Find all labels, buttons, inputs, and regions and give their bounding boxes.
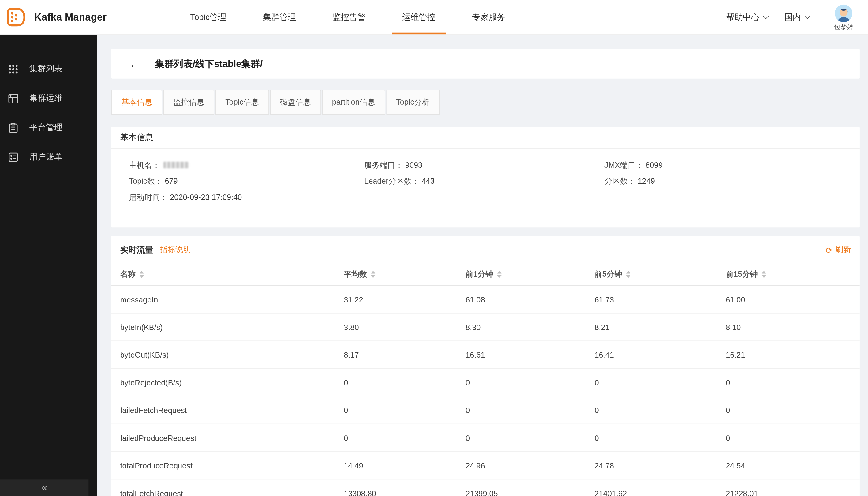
header-right: 帮助中心 国内 包梦婷	[726, 2, 868, 32]
metric-5min: 61.73	[595, 295, 726, 304]
main-content: ← 集群列表/线下stable集群/ 基本信息 监控信息 Topic信息 磁盘信…	[97, 34, 868, 496]
metric-15min: 8.10	[726, 323, 860, 331]
metric-15min: 0	[726, 378, 860, 387]
metric-5min: 0	[595, 433, 726, 442]
sort-desc-icon[interactable]	[140, 275, 144, 278]
user-menu[interactable]: 包梦婷	[834, 2, 854, 32]
metric-1min: 0	[465, 433, 594, 442]
top-nav: Topic管理 集群管理 监控告警 运维管控 专家服务	[172, 0, 524, 34]
sort-asc-icon[interactable]	[497, 271, 501, 274]
metric-5min: 16.41	[595, 350, 726, 359]
sort-asc-icon[interactable]	[761, 271, 766, 274]
refresh-label: 刷新	[835, 245, 851, 255]
detail-tabs: 基本信息 监控信息 Topic信息 磁盘信息 partition信息 Topic…	[111, 90, 860, 115]
tab-disk-info[interactable]: 磁盘信息	[270, 90, 321, 114]
metric-1min: 0	[465, 378, 594, 387]
metric-name: failedFetchRequest	[120, 406, 344, 415]
metric-name: failedProduceRequest	[120, 433, 344, 442]
refresh-button[interactable]: ⟳ 刷新	[825, 245, 851, 255]
column-header-5min[interactable]: 前5分钟	[595, 269, 726, 280]
sort-icons[interactable]	[761, 271, 766, 278]
sidebar-item-platform-admin[interactable]: 平台管理	[0, 113, 97, 142]
sort-asc-icon[interactable]	[371, 271, 375, 274]
sidebar-item-cluster-list[interactable]: 集群列表	[0, 54, 97, 83]
field-leader-partition-count: Leader分区数：443	[364, 173, 604, 189]
app-window: Kafka Manager Topic管理 集群管理 监控告警 运维管控 专家服…	[0, 0, 868, 496]
sidebar-collapse-button[interactable]: «	[0, 479, 89, 496]
sidebar-item-user-billing[interactable]: 用户账单	[0, 142, 97, 172]
sort-asc-icon[interactable]	[140, 271, 144, 274]
sort-desc-icon[interactable]	[761, 275, 766, 278]
sidebar-item-cluster-ops[interactable]: 集群运维	[0, 83, 97, 113]
back-arrow-icon[interactable]: ←	[129, 58, 141, 69]
table-row: byteOut(KB/s) 8.17 16.61 16.41 16.21	[111, 341, 860, 369]
cluster-list-icon	[7, 63, 19, 74]
realtime-header: 实时流量 指标说明 ⟳ 刷新	[111, 236, 860, 263]
column-header-avg[interactable]: 平均数	[344, 269, 465, 280]
nav-cluster-management[interactable]: 集群管理	[244, 0, 314, 34]
sort-icons[interactable]	[497, 271, 501, 278]
top-header: Kafka Manager Topic管理 集群管理 监控告警 运维管控 专家服…	[0, 0, 868, 34]
table-row: messageIn 31.22 61.08 61.73 61.00	[111, 286, 860, 313]
hostname-masked-value	[163, 162, 189, 168]
sidebar-item-label: 平台管理	[29, 123, 63, 133]
nav-topic-management[interactable]: Topic管理	[172, 0, 244, 34]
sort-icons[interactable]	[626, 271, 630, 278]
breadcrumb: 集群列表/线下stable集群/	[155, 57, 263, 70]
tab-basic-info[interactable]: 基本信息	[111, 90, 162, 114]
metric-avg: 14.49	[344, 461, 465, 470]
cluster-ops-icon	[7, 93, 19, 104]
metric-name: messageIn	[120, 295, 344, 304]
sort-icons[interactable]	[371, 271, 375, 278]
sort-desc-icon[interactable]	[626, 275, 630, 278]
metric-avg: 0	[344, 433, 465, 442]
tab-topic-info[interactable]: Topic信息	[216, 90, 269, 114]
field-jmx-port: JMX端口：8099	[604, 157, 860, 173]
sort-icons[interactable]	[140, 271, 144, 278]
tab-partition-info[interactable]: partition信息	[322, 90, 385, 114]
nav-monitor-alert[interactable]: 监控告警	[314, 0, 384, 34]
column-header-1min[interactable]: 前1分钟	[465, 269, 594, 280]
basic-info-card: 基本信息 主机名： 服务端口：9093 JMX端口：8099 Topic数：67…	[111, 127, 860, 228]
user-billing-icon	[7, 152, 19, 162]
metric-avg: 0	[344, 378, 465, 387]
refresh-icon: ⟳	[825, 246, 833, 254]
metric-5min: 21401.62	[595, 489, 726, 496]
help-center-label: 帮助中心	[726, 12, 760, 22]
metric-15min: 0	[726, 406, 860, 415]
nav-ops-control[interactable]: 运维管控	[384, 0, 454, 34]
realtime-traffic-card: 实时流量 指标说明 ⟳ 刷新 名称 平均数 前1分钟	[111, 236, 860, 496]
app-logo-icon	[5, 7, 27, 28]
sidebar-item-label: 集群列表	[29, 64, 63, 74]
region-select[interactable]: 国内	[785, 12, 809, 22]
metric-avg: 8.17	[344, 350, 465, 359]
metric-5min: 8.21	[595, 323, 726, 331]
metric-1min: 24.96	[465, 461, 594, 470]
sidebar-item-label: 用户账单	[29, 152, 63, 162]
help-center-link[interactable]: 帮助中心	[726, 12, 768, 22]
nav-expert-service[interactable]: 专家服务	[454, 0, 524, 34]
metric-description-link[interactable]: 指标说明	[160, 245, 191, 255]
chevron-down-icon	[805, 13, 810, 19]
app-title: Kafka Manager	[34, 11, 107, 23]
basic-info-fields: 主机名： 服务端口：9093 JMX端口：8099 Topic数：679 Lea…	[111, 149, 860, 205]
field-topic-count: Topic数：679	[129, 173, 364, 189]
column-header-15min[interactable]: 前15分钟	[726, 269, 860, 280]
metric-name: byteOut(KB/s)	[120, 350, 344, 359]
metric-15min: 21228.01	[726, 489, 860, 496]
metric-name: totalProduceRequest	[120, 461, 344, 470]
brand: Kafka Manager	[5, 7, 107, 28]
sort-desc-icon[interactable]	[371, 275, 375, 278]
metric-1min: 8.30	[465, 323, 594, 331]
sort-desc-icon[interactable]	[497, 275, 501, 278]
metric-15min: 16.21	[726, 350, 860, 359]
field-start-time: 启动时间：2020-09-23 17:09:40	[129, 189, 364, 205]
metric-5min: 24.78	[595, 461, 726, 470]
metric-15min: 61.00	[726, 295, 860, 304]
sort-asc-icon[interactable]	[626, 271, 630, 274]
tab-monitor-info[interactable]: 监控信息	[163, 90, 214, 114]
realtime-title: 实时流量	[120, 245, 153, 255]
tab-topic-analysis[interactable]: Topic分析	[386, 90, 440, 114]
metric-1min: 61.08	[465, 295, 594, 304]
column-header-name[interactable]: 名称	[120, 269, 344, 280]
